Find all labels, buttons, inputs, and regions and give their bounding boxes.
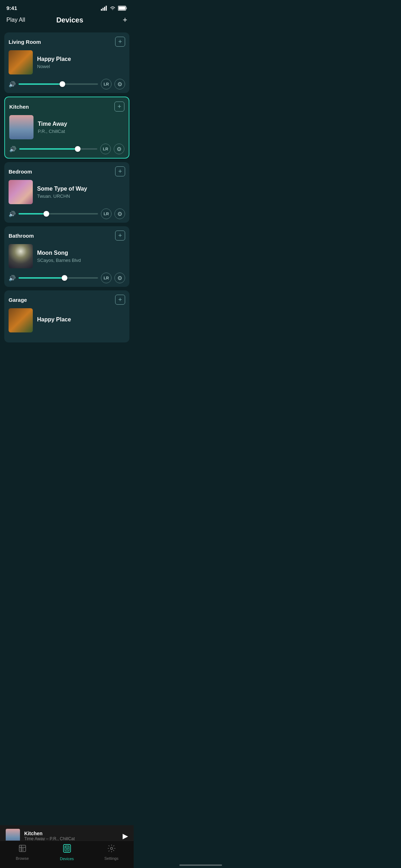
add-group-button-garage[interactable]: + [115,295,125,305]
status-icons [101,6,127,11]
volume-icon-living-room: 🔊 [9,81,16,88]
settings-button-kitchen[interactable]: ⚙ [114,144,124,154]
track-artist-bedroom: Twuan. URCHN [37,193,87,199]
volume-slider-living-room[interactable] [19,83,98,85]
add-group-button-bedroom[interactable]: + [115,166,125,176]
card-header-bedroom: Bedroom + [9,166,125,176]
device-card-bathroom: Bathroom + Moon Song SCayos, Barnes Blvd… [4,226,129,287]
add-button[interactable]: + [114,15,127,25]
settings-button-bedroom[interactable]: ⚙ [114,208,125,219]
track-content-garage: Happy Place [9,308,125,332]
add-square-icon-bathroom: + [115,231,125,241]
add-group-button-bathroom[interactable]: + [115,231,125,241]
add-square-icon-garage: + [115,295,125,305]
track-info-bedroom: Some Type of Way Twuan. URCHN [37,186,87,199]
card-controls-bedroom: 🔊 LR ⚙ [9,208,125,219]
add-group-button-living-room[interactable]: + [115,37,125,47]
room-name-living-room: Living Room [9,39,41,45]
track-title-garage: Happy Place [37,316,71,323]
album-art-bedroom [9,180,33,204]
device-list: Living Room + Happy Place Nowel 🔊 LR ⚙ K… [0,30,134,378]
add-square-icon-living-room: + [115,37,125,47]
add-square-icon-bedroom: + [115,166,125,176]
track-title-kitchen: Time Away [38,121,67,127]
room-name-garage: Garage [9,297,27,303]
card-header-kitchen: Kitchen + [9,102,124,112]
device-card-living-room: Living Room + Happy Place Nowel 🔊 LR ⚙ [4,32,129,93]
page-title: Devices [56,16,83,24]
svg-rect-0 [101,9,102,11]
volume-icon-bedroom: 🔊 [9,211,16,217]
room-name-kitchen: Kitchen [9,104,29,110]
track-content-kitchen: Time Away P.R., ChillCat [9,115,124,139]
track-content-bathroom: Moon Song SCayos, Barnes Blvd [9,244,125,268]
battery-icon [118,6,127,11]
album-art-living-room [9,50,33,74]
card-header-living-room: Living Room + [9,37,125,47]
volume-slider-bedroom[interactable] [19,213,98,215]
track-content-bedroom: Some Type of Way Twuan. URCHN [9,180,125,204]
play-all-button[interactable]: Play All [6,17,25,23]
svg-rect-5 [126,7,127,9]
track-artist-kitchen: P.R., ChillCat [38,129,67,134]
card-controls-kitchen: 🔊 LR ⚙ [9,144,124,154]
device-card-kitchen: Kitchen + Time Away P.R., ChillCat 🔊 LR … [4,97,129,159]
svg-rect-6 [119,6,125,10]
track-title-living-room: Happy Place [37,56,71,62]
track-artist-living-room: Nowel [37,64,71,69]
track-content-living-room: Happy Place Nowel [9,50,125,74]
album-art-bathroom [9,244,33,268]
lr-button-kitchen[interactable]: LR [100,144,111,154]
settings-button-bathroom[interactable]: ⚙ [114,273,125,283]
svg-rect-1 [103,8,104,11]
signal-icon [101,6,107,11]
card-header-garage: Garage + [9,295,125,305]
lr-button-bathroom[interactable]: LR [101,273,112,283]
card-controls-bathroom: 🔊 LR ⚙ [9,273,125,283]
lr-button-living-room[interactable]: LR [101,79,112,89]
track-info-garage: Happy Place [37,316,71,324]
device-card-bedroom: Bedroom + Some Type of Way Twuan. URCHN … [4,162,129,223]
album-art-kitchen [9,115,34,139]
wifi-icon [109,6,116,11]
track-info-bathroom: Moon Song SCayos, Barnes Blvd [37,250,81,263]
add-square-icon-kitchen: + [114,102,124,112]
status-time: 9:41 [6,5,17,11]
track-info-living-room: Happy Place Nowel [37,56,71,69]
volume-icon-bathroom: 🔊 [9,275,16,281]
device-card-garage: Garage + Happy Place [4,290,129,342]
svg-rect-3 [106,6,107,11]
settings-button-living-room[interactable]: ⚙ [114,79,125,89]
track-title-bedroom: Some Type of Way [37,186,87,192]
add-group-button-kitchen[interactable]: + [114,102,124,112]
status-bar: 9:41 [0,0,134,14]
track-title-bathroom: Moon Song [37,250,81,256]
track-info-kitchen: Time Away P.R., ChillCat [38,121,67,134]
svg-rect-2 [104,7,105,11]
card-controls-living-room: 🔊 LR ⚙ [9,79,125,89]
card-header-bathroom: Bathroom + [9,231,125,241]
lr-button-bedroom[interactable]: LR [101,208,112,219]
album-art-garage [9,308,33,332]
room-name-bathroom: Bathroom [9,233,34,239]
volume-slider-bathroom[interactable] [19,277,98,279]
room-name-bedroom: Bedroom [9,169,32,175]
track-artist-bathroom: SCayos, Barnes Blvd [37,258,81,263]
volume-icon-kitchen: 🔊 [9,146,16,153]
header: Play All Devices + [0,14,134,30]
volume-slider-kitchen[interactable] [19,148,97,150]
